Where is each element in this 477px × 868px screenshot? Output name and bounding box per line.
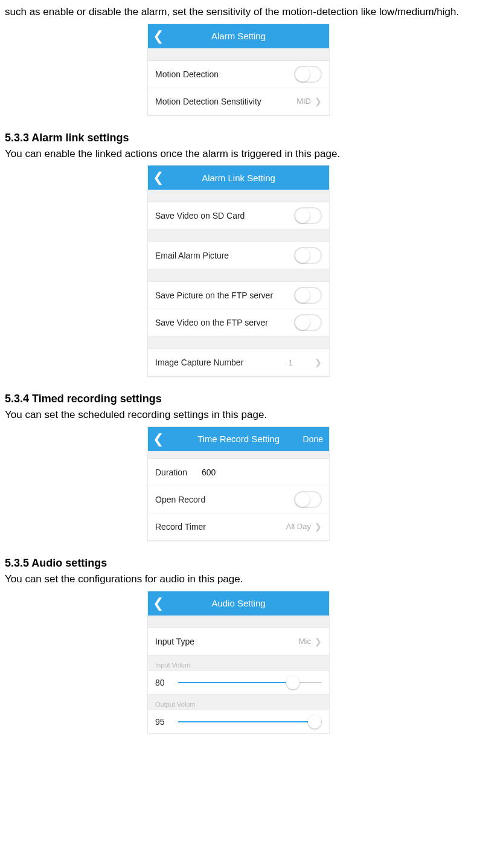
back-icon[interactable]: ❮ <box>148 432 168 446</box>
row-record-timer[interactable]: Record Timer All Day ❯ <box>148 513 329 541</box>
toggle-email-alarm[interactable] <box>294 247 322 264</box>
screenshot-alarm-link-setting: ❮ Alarm Link Setting Save Video on SD Ca… <box>147 165 330 377</box>
row-label: Save Picture on the FTP server <box>155 291 294 300</box>
done-button[interactable]: Done <box>303 434 323 444</box>
row-label: Save Video on SD Card <box>155 211 294 220</box>
row-label: Record Timer <box>155 522 286 532</box>
slider-track[interactable] <box>178 682 322 683</box>
slider-track[interactable] <box>178 721 322 722</box>
row-label: Motion Detection <box>155 69 294 79</box>
row-value: All Day <box>286 522 311 531</box>
screen-header: ❮ Audio Setting <box>148 591 329 616</box>
slider-thumb[interactable] <box>308 715 321 728</box>
section-gap <box>148 269 329 282</box>
row-value: 1 <box>289 358 293 367</box>
row-label: Open Record <box>155 495 294 504</box>
heading-5-3-5: 5.3.5 Audio settings <box>5 557 472 570</box>
section-gap <box>148 451 329 459</box>
slider-value: 95 <box>155 717 172 727</box>
toggle-vid-ftp[interactable] <box>294 314 322 331</box>
screenshot-alarm-setting: ❮ Alarm Setting Motion Detection Motion … <box>147 24 330 116</box>
screen-header: ❮ Alarm Setting <box>148 24 329 48</box>
row-label: Input Type <box>155 637 299 646</box>
slider-input-volume[interactable]: 80 <box>148 671 329 695</box>
slider-fill <box>178 682 293 683</box>
row-vid-ftp[interactable]: Save Video on the FTP server <box>148 309 329 336</box>
screen-title: Alarm Link Setting <box>148 173 329 183</box>
sub-label-output-volume: Output Volum <box>148 695 329 710</box>
row-pic-ftp[interactable]: Save Picture on the FTP server <box>148 282 329 309</box>
toggle-open-record[interactable] <box>294 491 322 508</box>
row-label: Duration <box>155 468 187 477</box>
row-image-capture[interactable]: Image Capture Number 1 ❯ <box>148 349 329 376</box>
screenshot-audio-setting: ❮ Audio Setting Input Type Mic ❯ Input V… <box>147 591 330 734</box>
row-label: Save Video on the FTP server <box>155 318 294 327</box>
toggle-save-sd[interactable] <box>294 207 322 224</box>
heading-5-3-4: 5.3.4 Timed recording settings <box>5 393 472 405</box>
section-gap <box>148 616 329 628</box>
row-save-sd[interactable]: Save Video on SD Card <box>148 202 329 230</box>
slider-value: 80 <box>155 678 172 687</box>
back-icon[interactable]: ❮ <box>148 171 168 184</box>
body-5-3-5: You can set the configurations for audio… <box>5 572 472 587</box>
row-label: Motion Detection Senstitivity <box>155 97 296 106</box>
row-motion-sensitivity[interactable]: Motion Detection Senstitivity MID ❯ <box>148 88 329 115</box>
section-gap <box>148 48 329 61</box>
back-icon[interactable]: ❮ <box>148 597 168 610</box>
sub-label-input-volume: Input Volum <box>148 655 329 671</box>
screen-title: Time Record Setting <box>148 434 329 444</box>
slider-fill <box>178 721 315 722</box>
body-5-3-3: You can enable the linked actions once t… <box>5 147 472 162</box>
row-value: MID <box>296 97 311 106</box>
body-5-3-4: You can set the scheduled recording sett… <box>5 408 472 423</box>
toggle-pic-ftp[interactable] <box>294 287 322 304</box>
slider-output-volume[interactable]: 95 <box>148 710 329 733</box>
row-motion-detection[interactable]: Motion Detection <box>148 61 329 88</box>
slider-thumb[interactable] <box>286 676 299 689</box>
row-email-alarm[interactable]: Email Alarm Picture <box>148 242 329 269</box>
screenshot-time-record-setting: ❮ Time Record Setting Done Duration 600 … <box>147 426 330 541</box>
intro-paragraph: such as enable or disable the alarm, set… <box>5 5 472 20</box>
section-gap <box>148 230 329 242</box>
row-value: 600 <box>202 468 322 477</box>
back-icon[interactable]: ❮ <box>148 30 168 43</box>
screen-title: Alarm Setting <box>148 31 329 41</box>
screen-header: ❮ Alarm Link Setting <box>148 166 329 190</box>
row-label: Image Capture Number <box>155 358 289 367</box>
chevron-right-icon: ❯ <box>315 522 322 532</box>
row-value: Mic <box>299 637 311 646</box>
section-gap <box>148 336 329 349</box>
chevron-right-icon: ❯ <box>315 358 322 367</box>
row-input-type[interactable]: Input Type Mic ❯ <box>148 628 329 655</box>
toggle-motion-detection[interactable] <box>294 66 322 83</box>
row-label: Email Alarm Picture <box>155 251 294 260</box>
screen-header: ❮ Time Record Setting Done <box>148 427 329 451</box>
chevron-right-icon: ❯ <box>315 97 322 106</box>
heading-5-3-3: 5.3.3 Alarm link settings <box>5 132 472 144</box>
row-open-record[interactable]: Open Record <box>148 486 329 513</box>
section-gap <box>148 190 329 202</box>
screen-title: Audio Setting <box>148 598 329 608</box>
chevron-right-icon: ❯ <box>315 637 322 646</box>
row-duration[interactable]: Duration 600 <box>148 459 329 486</box>
